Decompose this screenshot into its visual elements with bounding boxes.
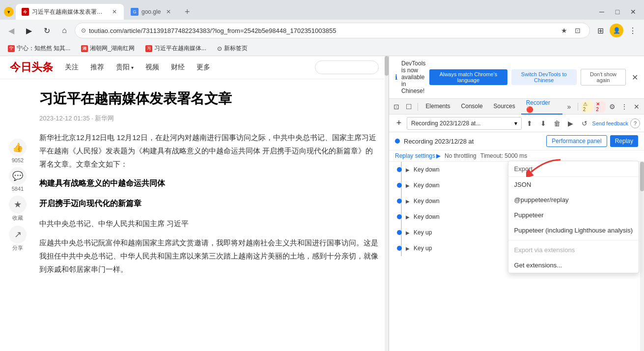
replay-settings-link[interactable]: Replay settings ▶	[395, 152, 441, 159]
replay-settings-row: Replay settings ▶ No throttling Timeout:…	[389, 150, 644, 162]
bookmark-favicon-xiangchao: 湘	[81, 45, 88, 52]
collect-button[interactable]: ★ 收藏	[9, 196, 27, 222]
timeline-scroll-thumb[interactable]	[640, 162, 644, 191]
close-window-button[interactable]: ✕	[626, 5, 640, 19]
section-title-1: 构建具有战略意义的中越命运共同体	[39, 176, 379, 191]
upload-recording-button[interactable]: ⬆	[524, 117, 535, 129]
article-content: 习近平在越南媒体发表署名文章 2023-12-12 01:35 · 新华网 新华…	[0, 79, 389, 292]
comment-button[interactable]: 💬 5841	[9, 167, 27, 192]
nav-item-caijing[interactable]: 财经	[169, 61, 187, 74]
timeline-label-4: Key down	[414, 213, 440, 220]
match-language-button[interactable]: Always match Chrome's language	[429, 69, 507, 85]
timeline-dot-2	[397, 183, 402, 188]
notification-text: DevTools is now available in Chinese!	[401, 60, 425, 94]
article-author: 中共中央总书记、中华人民共和国主席 习近平	[39, 217, 379, 230]
home-button[interactable]: ⌂	[57, 23, 72, 38]
devtools-inspect-icon[interactable]: ⊡	[391, 101, 402, 113]
dont-show-again-button[interactable]: Don't show again	[581, 69, 626, 86]
devtools-notification: ℹ DevTools is now available in Chinese! …	[389, 56, 644, 99]
cast-icon[interactable]: ⊡	[572, 25, 584, 36]
tab-close-toutiao[interactable]: ✕	[111, 8, 118, 16]
timeline-scroll-indicator[interactable]	[640, 162, 644, 351]
switch-chinese-button[interactable]: Switch DevTools to Chinese	[511, 69, 577, 85]
timeline-dot-4	[397, 214, 402, 219]
site-header: 今日头条 关注 推荐 贵阳 视频 财经 更多	[0, 56, 389, 79]
bookmark-xijinping[interactable]: 习 习近平在越南媒体...	[141, 43, 210, 54]
bookmarks-bar: 宁 宁心：知然然 知其... 湘 湘朝网_湖南红网 习 习近平在越南媒体... …	[0, 41, 644, 56]
profile-icon[interactable]: ▾	[4, 7, 14, 17]
bookmark-label-newtab: 新标签页	[224, 44, 248, 53]
loop-recording-button[interactable]: ↺	[579, 117, 590, 129]
more-tabs-button[interactable]: »	[563, 101, 575, 113]
tab-recorder[interactable]: Recorder 🔴	[521, 99, 562, 115]
nav-item-guanzhu[interactable]: 关注	[63, 61, 81, 74]
add-recording-button[interactable]: +	[393, 117, 405, 129]
toolbar-separator-2	[578, 103, 578, 111]
send-feedback-link[interactable]: Send feedback	[592, 120, 628, 126]
bookmark-star-icon[interactable]: ★	[558, 25, 570, 36]
timeline-arrow-6: ▶	[406, 246, 410, 251]
article-area: 今日头条 关注 推荐 贵阳 视频 财经 更多 👍 9052 💬 5841 ★	[0, 56, 389, 351]
replay-button[interactable]: Replay	[610, 135, 638, 147]
settings-gear-icon[interactable]: ⚙	[607, 101, 618, 113]
tab-elements[interactable]: Elements	[421, 99, 455, 115]
bookmark-newtab[interactable]: ⊙ 新标签页	[213, 43, 252, 54]
export-puppeteer-lighthouse-item[interactable]: Puppeteer (including Lighthouse analysis…	[508, 223, 639, 238]
timeline-label-1: Key down	[414, 166, 440, 173]
tab-toutiao[interactable]: 今 习近平在越南媒体发表署名文... ✕	[16, 4, 124, 20]
nav-bar: ◀ ▶ ↻ ⌂ ⊙ toutiao.com/article/7311391877…	[0, 20, 644, 41]
profile-button[interactable]: 👤	[610, 24, 623, 37]
export-json-item[interactable]: JSON	[508, 177, 639, 192]
scroll-thumb[interactable]	[385, 56, 389, 76]
devtools-close-button[interactable]: ✕	[631, 101, 642, 113]
timeline-dot-6	[397, 246, 402, 251]
timeline-label-5: Key up	[414, 229, 432, 236]
nav-item-guiyang[interactable]: 贵阳	[114, 61, 136, 74]
address-bar[interactable]: ⊙ toutiao.com/article/731139187748223438…	[75, 23, 590, 38]
tab-sources[interactable]: Sources	[489, 99, 520, 115]
export-menu-separator	[508, 240, 639, 240]
scroll-indicator[interactable]	[385, 56, 389, 351]
like-count: 9052	[12, 157, 24, 163]
help-button[interactable]: ?	[630, 118, 640, 128]
play-recording-button[interactable]: ▶	[565, 117, 577, 129]
notification-close-button[interactable]: ✕	[632, 73, 638, 82]
reload-button[interactable]: ↻	[39, 23, 54, 38]
more-options-icon[interactable]: ⋮	[618, 101, 630, 113]
bookmark-favicon-xijinping: 习	[145, 45, 152, 52]
tab-favicon-toutiao: 今	[22, 8, 29, 16]
maximize-button[interactable]: □	[611, 5, 624, 19]
devtools-device-icon[interactable]: ☐	[403, 101, 415, 113]
recording-select[interactable]: Recording 2023/12/28 at... ▾	[407, 117, 522, 130]
bookmark-xiangchao[interactable]: 湘 湘朝网_湖南红网	[77, 43, 139, 54]
extensions-button[interactable]: ⊞	[593, 23, 608, 38]
notification-icon: ℹ	[395, 73, 397, 81]
back-button[interactable]: ◀	[4, 23, 19, 38]
export-puppeteer-item[interactable]: Puppeteer	[508, 207, 639, 223]
export-dropdown-menu: Export JSON @puppeteer/replay Puppeteer …	[508, 161, 639, 273]
performance-panel-button[interactable]: Performance panel	[546, 135, 607, 147]
tab-console[interactable]: Console	[456, 99, 488, 115]
bookmark-ningxin[interactable]: 宁 宁心：知然然 知其...	[4, 43, 74, 54]
new-tab-button[interactable]: +	[180, 5, 194, 19]
export-puppeteer-replay-item[interactable]: @puppeteer/replay	[508, 192, 639, 207]
nav-item-shipin[interactable]: 视频	[143, 61, 161, 74]
tab-close-google[interactable]: ✕	[165, 8, 172, 16]
get-extensions-item[interactable]: Get extensions...	[508, 258, 639, 273]
forward-button[interactable]: ▶	[22, 23, 36, 38]
search-box[interactable]	[315, 60, 379, 74]
share-button[interactable]: ↗ 分享	[9, 226, 27, 252]
recorder-toolbar: + Recording 2023/12/28 at... ▾ ⬆ ⬇ 🗑 ▶ ↺…	[389, 115, 644, 132]
article-title: 习近平在越南媒体发表署名文章	[39, 89, 379, 108]
nav-item-more[interactable]: 更多	[195, 61, 212, 74]
tab-google[interactable]: G goo.gle ✕	[125, 4, 178, 20]
recorder-tab-label: Recorder 🔴	[526, 99, 558, 113]
timeline-label-3: Key down	[414, 198, 440, 205]
menu-button[interactable]: ⋮	[625, 23, 640, 38]
nav-item-tuijian[interactable]: 推荐	[88, 61, 106, 74]
minimize-button[interactable]: ─	[595, 5, 609, 19]
download-recording-button[interactable]: ⬇	[537, 117, 549, 129]
bookmark-label-ningxin: 宁心：知然然 知其...	[17, 44, 70, 53]
delete-recording-button[interactable]: 🗑	[551, 117, 563, 129]
like-button[interactable]: 👍 9052	[9, 139, 27, 163]
